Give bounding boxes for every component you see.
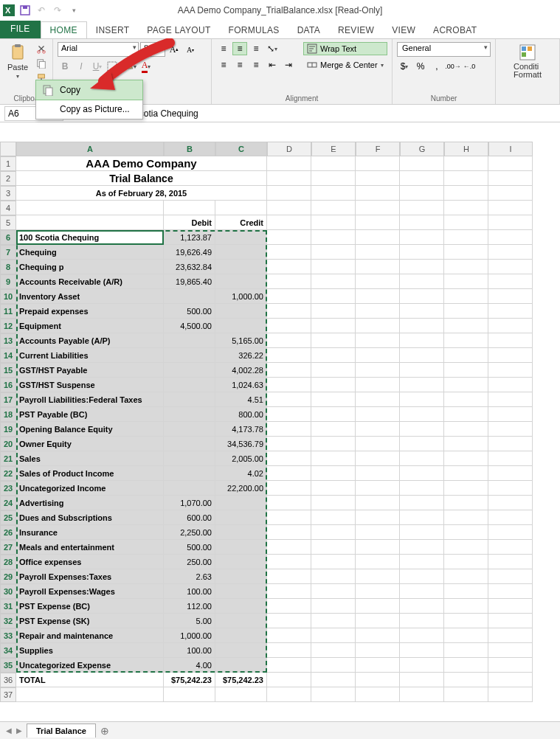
cell-29-H[interactable] xyxy=(444,569,488,584)
increase-font-icon[interactable]: A▴ xyxy=(167,43,182,56)
row-header-35[interactable]: 35 xyxy=(0,658,16,673)
conditional-formatting-button[interactable]: Conditi Formatt xyxy=(500,42,555,80)
cell-13-D[interactable] xyxy=(267,333,311,348)
align-right-icon[interactable]: ≡ xyxy=(249,58,263,72)
cell-14-G[interactable] xyxy=(400,348,444,363)
col-header-D[interactable]: D xyxy=(267,142,311,156)
cell-21-I[interactable] xyxy=(488,451,533,466)
cell-29-E[interactable] xyxy=(311,569,356,584)
credit-row-18[interactable]: 800.00 xyxy=(215,407,267,422)
cell-15-E[interactable] xyxy=(311,363,356,378)
cell-12-I[interactable] xyxy=(488,319,533,333)
credit-row-7[interactable] xyxy=(215,245,267,260)
col-header-I[interactable]: I xyxy=(488,142,533,156)
menu-copy[interactable]: Copy xyxy=(35,80,143,100)
row-header-8[interactable]: 8 xyxy=(0,260,16,274)
cell-32-G[interactable] xyxy=(400,614,444,628)
qat-dropdown-icon[interactable]: ▾ xyxy=(68,4,80,16)
cell-14-H[interactable] xyxy=(444,348,488,363)
debit-row-30[interactable]: 100.00 xyxy=(164,584,215,599)
cell-37-B[interactable] xyxy=(164,687,215,702)
currency-icon[interactable]: $▾ xyxy=(397,60,412,73)
cell-35-G[interactable] xyxy=(400,658,444,673)
cell-33-E[interactable] xyxy=(311,628,356,643)
cell-23-G[interactable] xyxy=(400,481,444,496)
cell-16-D[interactable] xyxy=(267,378,311,392)
cell-8-I[interactable] xyxy=(488,260,533,274)
font-color-button[interactable]: A▾ xyxy=(139,60,153,73)
credit-row-25[interactable] xyxy=(215,510,267,525)
cell-1-I[interactable] xyxy=(488,156,533,171)
cell-34-F[interactable] xyxy=(356,643,400,658)
cell-35-H[interactable] xyxy=(444,658,488,673)
menu-copy-as-picture[interactable]: Copy as Picture... xyxy=(36,100,142,119)
cell-34-H[interactable] xyxy=(444,643,488,658)
cell-32-H[interactable] xyxy=(444,614,488,628)
cell-9-D[interactable] xyxy=(267,274,311,289)
row-header-9[interactable]: 9 xyxy=(0,274,16,289)
credit-row-30[interactable] xyxy=(215,584,267,599)
row-header-18[interactable]: 18 xyxy=(0,407,16,422)
cell-13-F[interactable] xyxy=(356,333,400,348)
cell-21-H[interactable] xyxy=(444,451,488,466)
debit-row-7[interactable]: 19,626.49 xyxy=(164,245,215,260)
col-header-C[interactable]: C xyxy=(215,142,267,156)
cell-14-D[interactable] xyxy=(267,348,311,363)
cell-33-I[interactable] xyxy=(488,628,533,643)
cell-37-I[interactable] xyxy=(488,687,533,702)
cell-2-D[interactable] xyxy=(267,171,311,186)
account-name-row-32[interactable]: PST Expense (SK) xyxy=(16,614,164,628)
account-name-row-24[interactable]: Advertising xyxy=(16,496,164,510)
align-left-icon[interactable]: ≡ xyxy=(216,58,231,72)
cell-29-G[interactable] xyxy=(400,569,444,584)
increase-decimal-icon[interactable]: .00→ xyxy=(446,60,460,73)
account-name-row-8[interactable]: Chequing p xyxy=(16,260,164,274)
cell-21-D[interactable] xyxy=(267,451,311,466)
cell-32-D[interactable] xyxy=(267,614,311,628)
cell-20-G[interactable] xyxy=(400,437,444,451)
cell-26-F[interactable] xyxy=(356,525,400,540)
spreadsheet-grid[interactable]: ABCDEFGHI1AAA Demo Company2Trial Balance… xyxy=(0,142,560,717)
account-name-row-21[interactable]: Sales xyxy=(16,451,164,466)
cell-33-D[interactable] xyxy=(267,628,311,643)
font-size-select[interactable]: 8 xyxy=(140,42,165,57)
cell-20-I[interactable] xyxy=(488,437,533,451)
formula-input[interactable]: 100 Scotia Chequing xyxy=(111,107,560,120)
increase-indent-icon[interactable]: ⇥ xyxy=(281,58,296,72)
credit-row-34[interactable] xyxy=(215,643,267,658)
cell-32-I[interactable] xyxy=(488,614,533,628)
col-header-B[interactable]: B xyxy=(164,142,215,156)
row-header-29[interactable]: 29 xyxy=(0,569,16,584)
col-header-G[interactable]: G xyxy=(400,142,444,156)
cell-12-E[interactable] xyxy=(311,319,356,333)
credit-row-33[interactable] xyxy=(215,628,267,643)
cell-18-H[interactable] xyxy=(444,407,488,422)
credit-row-32[interactable] xyxy=(215,614,267,628)
align-middle-icon[interactable]: ≡ xyxy=(232,42,247,55)
account-name-row-17[interactable]: Payroll Liabilities:Federal Taxes xyxy=(16,392,164,407)
account-name-row-10[interactable]: Inventory Asset xyxy=(16,289,164,304)
row-header-20[interactable]: 20 xyxy=(0,437,16,451)
cell-13-I[interactable] xyxy=(488,333,533,348)
credit-row-12[interactable] xyxy=(215,319,267,333)
percent-icon[interactable]: % xyxy=(413,60,428,73)
debit-row-14[interactable] xyxy=(164,348,215,363)
cell-3-E[interactable] xyxy=(311,186,356,201)
cell-25-H[interactable] xyxy=(444,510,488,525)
cell-13-G[interactable] xyxy=(400,333,444,348)
debit-row-23[interactable] xyxy=(164,481,215,496)
credit-row-24[interactable] xyxy=(215,496,267,510)
save-icon[interactable] xyxy=(19,4,31,16)
decrease-decimal-icon[interactable]: ←.0 xyxy=(462,60,477,73)
cell-10-H[interactable] xyxy=(444,289,488,304)
debit-row-33[interactable]: 1,000.00 xyxy=(164,628,215,643)
cell-34-G[interactable] xyxy=(400,643,444,658)
credit-row-27[interactable] xyxy=(215,540,267,555)
align-top-icon[interactable]: ≡ xyxy=(216,42,231,55)
cell-27-E[interactable] xyxy=(311,540,356,555)
cell-16-I[interactable] xyxy=(488,378,533,392)
cell-24-I[interactable] xyxy=(488,496,533,510)
row-header-36[interactable]: 36 xyxy=(0,673,16,687)
cell-1-E[interactable] xyxy=(311,156,356,171)
cell-4-C[interactable] xyxy=(215,201,267,215)
